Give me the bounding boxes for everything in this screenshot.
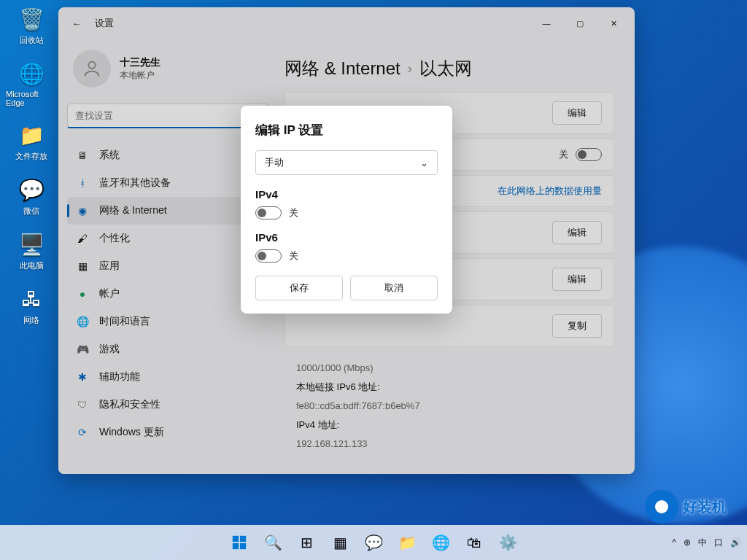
mode-select[interactable]: 手动 ⌄ — [255, 150, 438, 175]
explorer-taskbar[interactable]: 📁 — [392, 528, 422, 557]
settings-window: ← 设置 — ▢ ✕ 十三先生 本地帐户 查找设置 🖥系统 ᚼ蓝牙和其他设备 ◉… — [58, 7, 635, 474]
tray-network-icon[interactable]: 🔊 — [730, 537, 741, 548]
taskview-button[interactable]: ⊞ — [292, 528, 321, 557]
svg-rect-2 — [240, 536, 246, 542]
ipv6-label: IPv6 — [255, 231, 438, 244]
desktop-icon-edge[interactable]: 🌐Microsoft Edge — [6, 59, 57, 107]
svg-rect-3 — [233, 543, 239, 549]
modal-overlay: 编辑 IP 设置 手动 ⌄ IPv4 关 IPv6 关 保存 取消 — [58, 7, 635, 474]
recyclebin-icon: 🗑️ — [17, 4, 46, 34]
network-icon: 🖧 — [17, 284, 46, 314]
watermark: 好装机 — [645, 490, 727, 524]
taskbar: 🔍 ⊞ ▦ 💬 📁 🌐 🛍 ⚙️ ^ ⊕ 中 口 🔊 — [0, 525, 747, 560]
wechat-icon: 💬 — [17, 175, 46, 204]
svg-rect-1 — [233, 536, 239, 542]
desktop-icon-thispc[interactable]: 🖥️此电脑 — [6, 230, 57, 271]
desktop-icon-recyclebin[interactable]: 🗑️回收站 — [6, 4, 57, 46]
start-button[interactable] — [225, 528, 254, 557]
settings-taskbar[interactable]: ⚙️ — [493, 528, 522, 557]
tray-chevron-up-icon[interactable]: ^ — [672, 537, 676, 548]
chat-taskbar[interactable]: 💬 — [359, 528, 388, 557]
widgets-button[interactable]: ▦ — [325, 528, 355, 557]
system-tray[interactable]: ^ ⊕ 中 口 🔊 — [672, 537, 741, 549]
svg-rect-4 — [240, 543, 246, 549]
desktop-icon-folder[interactable]: 📁文件存放 — [6, 120, 57, 162]
folder-icon: 📁 — [17, 120, 46, 149]
ipv4-label: IPv4 — [255, 188, 438, 201]
edge-icon: 🌐 — [17, 59, 46, 88]
store-taskbar[interactable]: 🛍 — [460, 528, 489, 557]
desktop-icons: 🗑️回收站 🌐Microsoft Edge 📁文件存放 💬微信 🖥️此电脑 🖧网… — [6, 4, 57, 326]
search-taskbar[interactable]: 🔍 — [258, 528, 287, 557]
edge-taskbar[interactable]: 🌐 — [426, 528, 455, 557]
pc-icon: 🖥️ — [17, 230, 46, 259]
cancel-button[interactable]: 取消 — [350, 276, 438, 300]
chevron-down-icon: ⌄ — [420, 158, 428, 168]
desktop-icon-wechat[interactable]: 💬微信 — [6, 175, 57, 217]
ipv6-toggle[interactable] — [255, 249, 282, 262]
watermark-logo-icon — [645, 490, 678, 524]
desktop-icon-network[interactable]: 🖧网络 — [6, 284, 57, 326]
ipv4-toggle[interactable] — [255, 206, 282, 219]
modal-title: 编辑 IP 设置 — [255, 122, 438, 139]
save-button[interactable]: 保存 — [255, 276, 343, 300]
ip-settings-modal: 编辑 IP 设置 手动 ⌄ IPv4 关 IPv6 关 保存 取消 — [241, 106, 452, 314]
